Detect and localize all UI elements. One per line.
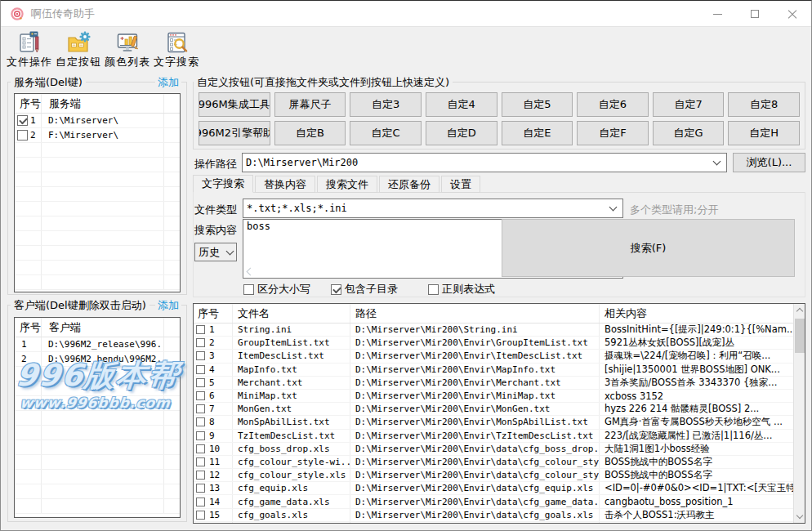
result-row[interactable]: 10cfg_boss_drop.xlsD:\Mirserver\Mir200\E… [194, 443, 805, 456]
row-checkbox[interactable] [196, 498, 205, 506]
row-checkbox[interactable] [196, 471, 205, 480]
extra-cell [164, 470, 180, 484]
toolbar-label: 颜色列表 [105, 55, 150, 69]
path-combobox[interactable]: D:\Mirserver\Mir200 [242, 153, 727, 172]
server-table-body: 1D:\Mirserver\2F:\Mirserver\ [15, 114, 180, 290]
toolbar-color-list[interactable]: 颜色列表 [104, 29, 151, 73]
custom-button-1-1[interactable]: 996M集成工具 [199, 92, 270, 117]
maximize-button[interactable] [736, 1, 774, 27]
result-row[interactable]: 9TzItemDescList.txtD:\Mirserver\Mir200\E… [194, 430, 805, 443]
server-row[interactable]: 2F:\Mirserver\ [15, 128, 180, 143]
result-row[interactable]: 7MonGen.txtD:\Mirserver\Mir200\Envir\Mon… [194, 403, 805, 416]
row-checkbox[interactable] [196, 378, 205, 387]
custom-button-1-3[interactable]: 自定3 [350, 92, 422, 117]
result-row[interactable]: 13cfg_equip.xlsD:\Mirserver\Mir200\Envir… [194, 482, 805, 495]
tab-3[interactable]: 搜索文件 [317, 176, 377, 193]
result-row[interactable]: 6MiniMap.txtD:\Mirserver\Mir200\Envir\Mi… [194, 390, 805, 403]
file-type-label: 文件类型 [194, 203, 237, 217]
custom-button-1-4[interactable]: 自定4 [426, 92, 497, 117]
server-add-link[interactable]: 添加 [155, 75, 181, 90]
result-row[interactable]: 12cfg_colour_style.xlsD:\Mirserver\Mir20… [194, 469, 805, 482]
history-dropdown[interactable]: 历史 [194, 243, 237, 261]
client-row [15, 367, 180, 382]
filename-cell: MonSpAbilList.txt [233, 416, 350, 428]
row-number: 15 [209, 510, 220, 520]
tab-5[interactable]: 设置 [441, 176, 480, 193]
row-checkbox[interactable] [17, 115, 28, 126]
result-row[interactable]: 1String.iniD:\Mirserver\Mir200\String.in… [194, 324, 805, 337]
path-cell [42, 426, 164, 440]
path-cell [42, 246, 164, 260]
seq-cell: 11 [194, 456, 233, 468]
row-checkbox[interactable] [196, 511, 205, 520]
row-checkbox[interactable] [196, 365, 205, 374]
row-checkbox[interactable] [196, 444, 205, 453]
scroll-left-icon[interactable] [247, 268, 255, 276]
row-checkbox[interactable] [196, 457, 205, 466]
custom-button-1-8[interactable]: 自定8 [728, 92, 800, 117]
result-row[interactable]: 14cfg_game_data.xlsD:\Mirserver\Mir200\E… [194, 495, 805, 508]
custom-button-1-5[interactable]: 自定5 [502, 92, 573, 117]
row-checkbox[interactable] [196, 404, 205, 413]
result-row[interactable]: 5Merchant.txtD:\Mirserver\Mir200\Envir\M… [194, 377, 805, 390]
seq-cell: 6 [194, 390, 233, 402]
tab-4[interactable]: 还原备份 [379, 176, 439, 193]
client-row[interactable]: 1D:\996M2_release\996... [15, 337, 180, 352]
option-checkbox[interactable] [243, 284, 254, 295]
custom-button-2-7[interactable]: 自定G [653, 121, 725, 145]
extra-cell [164, 499, 180, 513]
results-scrollbar[interactable] [793, 304, 805, 523]
custom-button-2-8[interactable]: 自定H [728, 121, 800, 145]
scrollbar-thumb[interactable] [795, 319, 805, 353]
tab-1[interactable]: 文字搜索 [193, 175, 253, 193]
option-3[interactable]: 正则表达式 [428, 282, 495, 297]
toolbar-custom-buttons[interactable]: 自定按钮 [55, 29, 102, 73]
custom-button-1-7[interactable]: 自定7 [653, 92, 725, 117]
seq-cell: 4 [194, 364, 233, 376]
toolbar-text-search[interactable]: 文字搜索 [153, 29, 200, 73]
custom-button-1-6[interactable]: 自定6 [577, 92, 649, 117]
row-checkbox[interactable] [196, 417, 205, 426]
custom-button-2-1[interactable]: 996M2引擎帮助 [199, 121, 270, 145]
row-checkbox[interactable] [17, 130, 28, 141]
row-checkbox[interactable] [196, 484, 205, 493]
result-row[interactable]: 8MonSpAbilList.txtD:\Mirserver\Mir200\En… [194, 416, 805, 429]
scrollbar-down-icon[interactable] [797, 515, 802, 518]
row-checkbox[interactable] [196, 325, 205, 334]
result-row[interactable]: 3ItemDescList.txtD:\Mirserver\Mir200\Env… [194, 350, 805, 363]
client-row[interactable]: 2D:\996M2_bendu\996M2... [15, 352, 180, 367]
client-panel-title: 客户端(Del键删除双击启动) [11, 298, 149, 313]
result-row[interactable]: 4MapInfo.txtD:\Mirserver\Mir200\Envir\Ma… [194, 364, 805, 377]
close-button[interactable] [774, 1, 811, 27]
browse-button[interactable]: 浏览(L)... [733, 153, 805, 172]
column-header-path: 路径 [350, 304, 600, 323]
option-checkbox[interactable] [331, 284, 341, 295]
custom-button-1-2[interactable]: 屏幕尺子 [274, 92, 346, 117]
toolbar-label: 文字搜索 [154, 55, 199, 69]
minimize-button[interactable] [698, 1, 736, 27]
row-checkbox[interactable] [196, 391, 205, 400]
custom-button-2-3[interactable]: 自定C [350, 121, 422, 145]
seq-cell [15, 172, 42, 186]
server-row[interactable]: 1D:\Mirserver\ [15, 114, 180, 128]
option-1[interactable]: 区分大小写 [243, 282, 310, 297]
scrollbar-up-icon[interactable] [797, 309, 802, 314]
option-checkbox[interactable] [428, 284, 439, 295]
client-add-link[interactable]: 添加 [155, 298, 181, 313]
custom-button-2-2[interactable]: 自定B [274, 121, 346, 145]
option-2[interactable]: 包含子目录 [331, 282, 398, 297]
row-checkbox[interactable] [196, 351, 205, 360]
row-checkbox[interactable] [196, 431, 205, 440]
tab-2[interactable]: 替换内容 [255, 176, 315, 193]
search-button[interactable]: 搜索(F) [502, 219, 795, 277]
result-row[interactable]: 15cfg_goals.xlsD:\Mirserver\Mir200\Envir… [194, 509, 805, 522]
result-row[interactable]: 2GroupItemList.txtD:\Mirserver\Mir200\En… [194, 337, 805, 350]
custom-button-2-5[interactable]: 自定E [502, 121, 573, 145]
row-checkbox[interactable] [196, 338, 205, 347]
file-type-combobox[interactable]: *.txt;*.xls;*.ini [243, 199, 623, 218]
custom-button-2-6[interactable]: 自定F [577, 121, 649, 145]
result-row[interactable]: 11cfg_colour_style-wi...D:\Mirserver\Mir… [194, 456, 805, 469]
toolbar-file-operations[interactable]: 文件操作 [6, 29, 53, 73]
custom-button-2-4[interactable]: 自定D [426, 121, 497, 145]
server-row [15, 187, 180, 202]
